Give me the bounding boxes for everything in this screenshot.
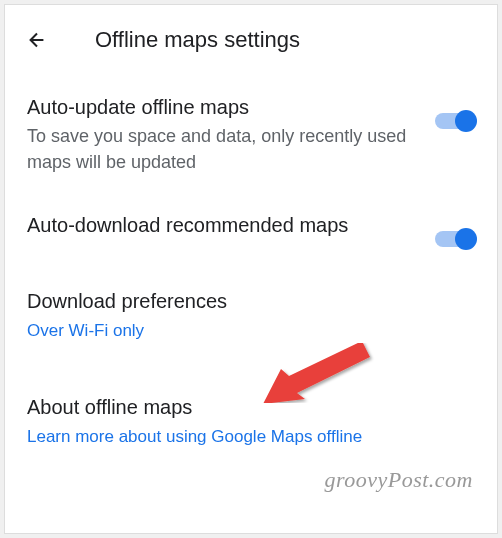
back-arrow-icon[interactable]: [25, 28, 49, 52]
toggle-thumb: [455, 228, 477, 250]
auto-download-title: Auto-download recommended maps: [27, 211, 415, 239]
download-preferences-value[interactable]: Over Wi-Fi only: [27, 319, 475, 343]
auto-download-toggle[interactable]: [435, 227, 475, 251]
about-setting[interactable]: About offline maps Learn more about usin…: [5, 361, 497, 467]
about-link[interactable]: Learn more about using Google Maps offli…: [27, 425, 475, 449]
auto-update-text: Auto-update offline maps To save you spa…: [27, 93, 415, 175]
auto-update-desc: To save you space and data, only recentl…: [27, 123, 415, 175]
download-preferences-title: Download preferences: [27, 287, 475, 315]
page-title: Offline maps settings: [95, 27, 477, 53]
about-title: About offline maps: [27, 393, 475, 421]
download-preferences-setting[interactable]: Download preferences Over Wi-Fi only: [5, 269, 497, 361]
auto-update-setting[interactable]: Auto-update offline maps To save you spa…: [5, 75, 497, 193]
watermark: groovyPost.com: [324, 467, 473, 493]
auto-update-toggle[interactable]: [435, 109, 475, 133]
auto-download-text: Auto-download recommended maps: [27, 211, 415, 241]
auto-update-title: Auto-update offline maps: [27, 93, 415, 121]
toggle-thumb: [455, 110, 477, 132]
header: Offline maps settings: [5, 5, 497, 75]
auto-download-setting[interactable]: Auto-download recommended maps: [5, 193, 497, 269]
settings-screen: Offline maps settings Auto-update offlin…: [4, 4, 498, 534]
